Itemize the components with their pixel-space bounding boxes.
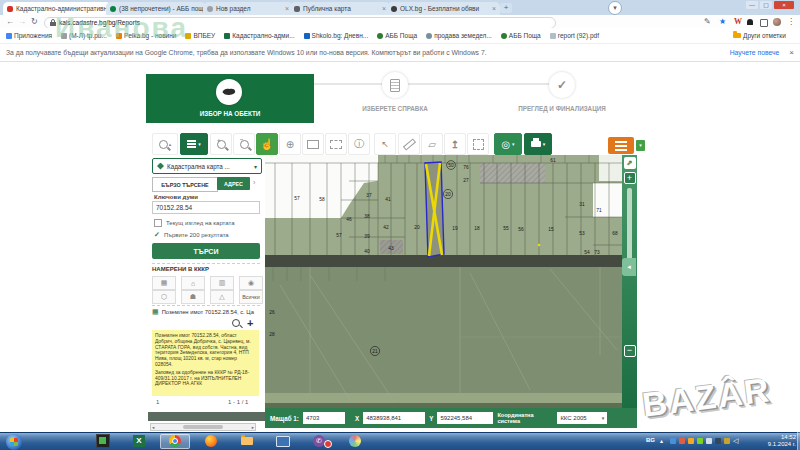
zoom-to-result-icon[interactable] xyxy=(232,319,240,327)
bookmark-item[interactable]: Приложения xyxy=(6,32,52,39)
tray-icon-app5[interactable] xyxy=(715,438,721,444)
x-coordinate-input[interactable] xyxy=(363,412,425,424)
crs-select[interactable]: ККС 2005 ▾ xyxy=(557,412,607,424)
taskbar-app-chrome-active[interactable] xyxy=(160,434,190,449)
bookmark-star-icon[interactable]: ★ xyxy=(719,17,726,26)
y-coordinate-input[interactable] xyxy=(437,412,493,424)
new-tab-button[interactable]: + xyxy=(500,3,512,13)
select-rectangle-button[interactable] xyxy=(302,133,324,155)
filter-parcels-button[interactable]: ▦ xyxy=(152,276,176,290)
scroll-right-icon[interactable]: ▸ xyxy=(252,425,254,430)
zoom-in-button[interactable]: + xyxy=(210,133,232,155)
filter-zones-button[interactable]: ⬡ xyxy=(152,290,176,304)
chevron-down-chip-icon[interactable]: ▾ xyxy=(608,1,622,15)
profile-avatar[interactable] xyxy=(773,18,781,26)
back-icon[interactable]: ← xyxy=(6,17,14,26)
zoom-slider-track[interactable] xyxy=(627,188,632,260)
checkbox-checked-icon[interactable]: ✓ xyxy=(154,231,160,239)
gps-locate-button[interactable]: ◎▾ xyxy=(494,133,522,155)
filter-units-button[interactable]: ▥ xyxy=(210,276,234,290)
forward-icon[interactable]: → xyxy=(18,17,26,26)
bookmark-item[interactable]: продава земедел... xyxy=(426,32,492,39)
taskbar-app-firefox[interactable] xyxy=(196,434,226,449)
tray-icon-network[interactable] xyxy=(670,438,676,444)
result-detail-highlight[interactable]: Поземлен имот 70152.28.54, област Добрич… xyxy=(152,330,259,396)
select-extent-button[interactable] xyxy=(325,133,347,155)
tab-close-icon[interactable]: × xyxy=(285,5,289,12)
map-zoom-out-button[interactable]: − xyxy=(624,345,636,357)
bookmark-item[interactable]: Кадастрално-адми... xyxy=(224,32,294,39)
map-zoom-in-button[interactable]: + xyxy=(624,172,636,184)
upload-button[interactable]: ↥ xyxy=(444,133,466,155)
cadastral-map[interactable]: 5758 7627 3741 3846 4239 4043 5761 2019 … xyxy=(265,155,622,408)
filter-all-button[interactable]: Всички xyxy=(239,290,263,304)
bookmark-item[interactable]: Shkolo.bg: Дневн... xyxy=(304,32,369,39)
search-submit-button[interactable]: ТЪРСИ xyxy=(152,243,260,259)
step-1-active-panel[interactable]: ИЗБОР НА ОБЕКТИ xyxy=(146,74,314,123)
tray-expand-icon[interactable]: ▴ xyxy=(660,437,663,444)
legend-panel-button[interactable] xyxy=(608,137,634,154)
tab-close-icon[interactable]: × xyxy=(382,5,386,12)
selected-parcel[interactable] xyxy=(425,162,444,257)
share-icon[interactable]: ✎ xyxy=(704,17,711,26)
taskbar-app-cad[interactable] xyxy=(88,434,118,449)
browser-tab[interactable]: Публична карта × xyxy=(290,2,390,15)
collapse-panel-arrow[interactable]: ◂ xyxy=(622,258,636,276)
zoom-out-button[interactable]: − xyxy=(233,133,255,155)
bell-extension-icon[interactable] xyxy=(747,19,753,25)
window-close-button[interactable]: × xyxy=(774,1,794,9)
result-list-item[interactable]: ▦ Поземлен имот 70152.28.54, с. Ца xyxy=(152,308,262,316)
map-canvas[interactable]: 5758 7627 3741 3846 4239 4043 5761 2019 … xyxy=(265,155,622,408)
browser-tab[interactable]: Нов раздел × xyxy=(203,2,293,15)
search-tool-button[interactable]: ▴ xyxy=(152,133,178,155)
tray-icon-app1[interactable] xyxy=(679,438,685,444)
learn-more-link[interactable]: Научете повече xyxy=(730,49,780,56)
sidebar-horizontal-scrollbar[interactable]: ◂ ▸ xyxy=(150,423,256,431)
pan-tool-button[interactable]: ☝ xyxy=(256,133,278,155)
taskbar-app-explorer[interactable] xyxy=(232,434,262,449)
tray-icon-app3[interactable] xyxy=(697,438,703,444)
add-result-icon[interactable]: + xyxy=(247,319,253,327)
refresh-icon[interactable]: ↻ xyxy=(31,17,38,26)
taskbar-clock[interactable]: 14:52 9.1.2024 г. xyxy=(752,434,796,448)
keywords-input[interactable] xyxy=(152,201,260,214)
first-200-checkbox-row[interactable]: ✓ Първите 200 резултата xyxy=(154,231,229,239)
filter-buildings-button[interactable]: ⌂ xyxy=(181,276,205,290)
tab-quick-search[interactable]: БЪРЗО ТЪРСЕНЕ xyxy=(152,177,218,192)
language-indicator[interactable]: BG xyxy=(646,437,655,443)
tray-icon-app4[interactable] xyxy=(706,438,712,444)
bookmark-item[interactable]: report (92).pdf xyxy=(550,32,599,39)
print-button[interactable]: ▾ xyxy=(524,133,552,155)
marquee-select-button[interactable] xyxy=(467,133,489,155)
tabs-overflow-icon[interactable]: › xyxy=(253,179,255,186)
checkbox-icon[interactable] xyxy=(154,219,162,227)
tab-address[interactable]: АДРЕС xyxy=(217,177,250,190)
filter-contours-button[interactable]: △ xyxy=(210,290,234,304)
start-button[interactable] xyxy=(6,434,22,450)
menu-dots-icon[interactable]: ⋮ xyxy=(787,17,795,26)
scale-input[interactable] xyxy=(303,412,345,424)
globe-tool-button[interactable]: ⊕ xyxy=(279,133,301,155)
window-minimize-button[interactable]: — xyxy=(746,1,758,9)
fullscreen-button[interactable]: ⇗ xyxy=(624,157,636,169)
taskbar-app-viber[interactable]: ✆ xyxy=(304,434,334,449)
tray-icon-app6[interactable] xyxy=(724,438,730,444)
step-2-circle[interactable] xyxy=(382,72,408,98)
step-3-circle[interactable]: ✓ xyxy=(549,72,575,98)
bookmark-item[interactable]: АББ Поща xyxy=(377,32,417,39)
layers-button[interactable]: ▾ xyxy=(180,133,208,155)
taskbar-app-excel[interactable]: X xyxy=(124,434,154,449)
window-maximize-button[interactable]: ▢ xyxy=(760,1,772,9)
info-tool-button[interactable]: ⓘ xyxy=(348,133,370,155)
taskbar-app-paint[interactable] xyxy=(340,434,370,449)
legend-chevron-icon[interactable]: ▾ xyxy=(636,140,645,151)
browser-tab[interactable]: OLX.bg - Безплатни обяви × xyxy=(387,2,500,15)
filter-owners-button[interactable]: ☗ xyxy=(181,290,205,304)
tray-icon-app2[interactable] xyxy=(688,438,694,444)
bookmark-item[interactable]: ВПБЕУ xyxy=(185,32,215,39)
filter-points-button[interactable]: ◉ xyxy=(239,276,263,290)
measure-length-button[interactable] xyxy=(398,133,420,155)
extensions-box-icon[interactable] xyxy=(760,19,768,27)
tab-close-icon[interactable]: × xyxy=(492,5,496,12)
other-bookmarks-button[interactable]: Други отметки xyxy=(733,32,786,39)
